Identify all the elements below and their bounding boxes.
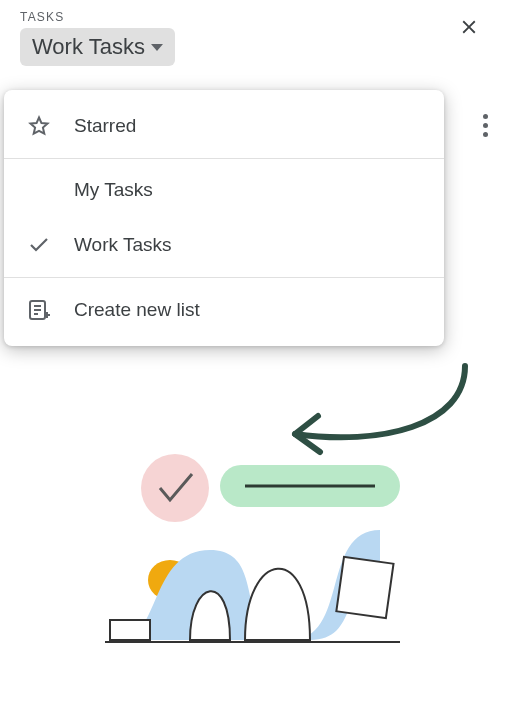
svg-rect-10: [336, 557, 393, 618]
header-left: TASKS Work Tasks: [20, 10, 175, 66]
header: TASKS Work Tasks: [0, 0, 506, 66]
dot-icon: [483, 114, 488, 119]
menu-item-label: Work Tasks: [74, 234, 172, 256]
menu-item-label: My Tasks: [74, 179, 153, 201]
divider: [4, 158, 444, 159]
menu-item-list-selected[interactable]: Work Tasks: [4, 217, 444, 273]
caret-down-icon: [151, 44, 163, 51]
close-button[interactable]: [452, 10, 486, 48]
dot-icon: [483, 132, 488, 137]
section-label: TASKS: [20, 10, 175, 24]
svg-point-8: [141, 454, 209, 522]
selected-list-name: Work Tasks: [32, 34, 145, 60]
menu-item-label: Starred: [74, 115, 136, 137]
menu-item-list[interactable]: My Tasks: [4, 163, 444, 217]
star-icon: [26, 114, 52, 138]
divider: [4, 277, 444, 278]
overflow-menu-button[interactable]: [477, 108, 494, 143]
svg-rect-11: [110, 620, 150, 640]
check-icon: [26, 233, 52, 257]
menu-item-starred[interactable]: Starred: [4, 98, 444, 154]
dot-icon: [483, 123, 488, 128]
close-icon: [458, 16, 480, 38]
new-list-icon: [26, 298, 52, 322]
list-dropdown-menu: Starred My Tasks Work Tasks: [4, 90, 444, 346]
menu-item-label: Create new list: [74, 299, 200, 321]
list-selector-dropdown[interactable]: Work Tasks: [20, 28, 175, 66]
empty-state-illustration: [80, 440, 420, 660]
menu-item-create-list[interactable]: Create new list: [4, 282, 444, 338]
